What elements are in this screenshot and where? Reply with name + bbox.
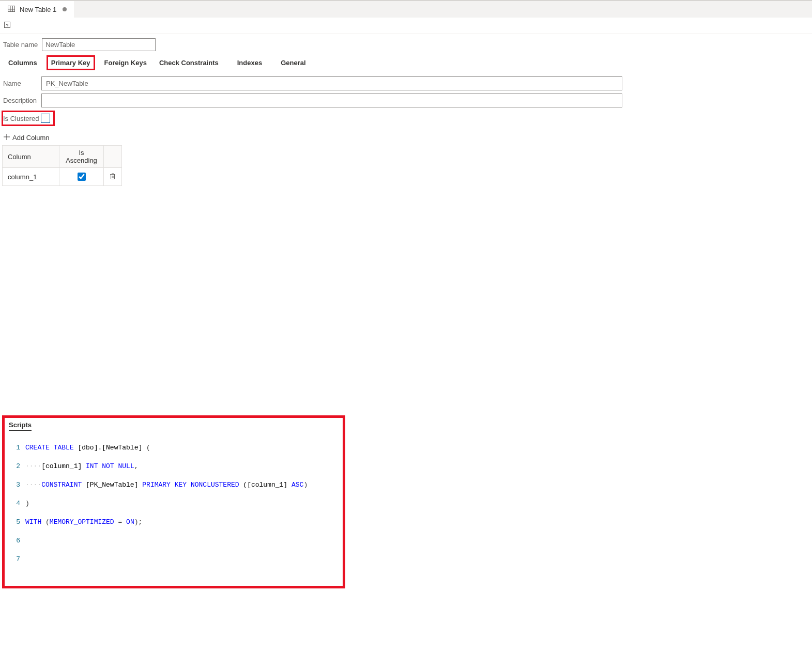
svg-rect-0 [8,6,15,11]
scripts-panel: Scripts 1CREATE TABLE [dbo].[NewTable] (… [2,415,345,588]
add-column-label: Add Column [12,134,50,142]
is-clustered-wrapper: Is Clustered [2,111,55,126]
trash-icon[interactable] [109,174,116,181]
pk-description-input[interactable] [41,94,622,107]
pk-description-label: Description [3,97,41,104]
editor-tab-bar: New Table 1 [0,0,812,18]
file-tab-label: New Table 1 [20,6,56,13]
is-clustered-checkbox[interactable] [41,114,50,123]
cell-delete [104,168,122,186]
line-number: 1 [9,443,20,453]
plus-icon [3,133,10,142]
file-tab[interactable]: New Table 1 [0,1,74,18]
scripts-title: Scripts [9,421,32,431]
cell-is-ascending [59,168,104,186]
line-number: 4 [9,499,20,508]
line-number: 6 [9,536,20,546]
tab-foreign-keys[interactable]: Foreign Keys [101,57,150,69]
table-name-label: Table name [3,41,38,49]
tab-primary-key[interactable]: Primary Key [47,55,95,70]
col-header-is-ascending: Is Ascending [59,146,104,168]
line-number: 5 [9,518,20,527]
add-column-button[interactable]: Add Column [0,130,812,145]
line-number: 2 [9,462,20,471]
is-ascending-checkbox[interactable] [78,173,86,181]
line-number: 7 [9,555,20,564]
unsaved-dot-icon [63,7,67,11]
is-clustered-label: Is Clustered [3,115,39,122]
tab-indexes[interactable]: Indexes [234,57,265,69]
pk-form: Name Description Is Clustered [0,74,625,126]
spacer [0,186,812,413]
table-icon [7,5,16,14]
pk-name-label: Name [3,80,41,87]
table-row: column_1 [3,168,122,186]
pk-columns-grid: Column Is Ascending column_1 [2,145,122,186]
cell-column-name[interactable]: column_1 [3,168,59,186]
col-header-column: Column [3,146,59,168]
tab-columns[interactable]: Columns [5,57,40,69]
tab-general[interactable]: General [278,57,309,69]
publish-icon[interactable] [3,21,11,30]
tab-check-constraints[interactable]: Check Constraints [156,57,222,69]
line-number: 3 [9,480,20,490]
secondary-toolbar [0,18,812,34]
sql-editor[interactable]: 1CREATE TABLE [dbo].[NewTable] ( 2····[c… [9,434,339,583]
pk-name-input[interactable] [41,76,622,90]
col-header-actions [104,146,122,168]
designer-tab-strip: Columns Primary Key Foreign Keys Check C… [0,55,631,74]
table-name-input[interactable] [42,38,156,51]
table-name-row: Table name [0,34,812,55]
